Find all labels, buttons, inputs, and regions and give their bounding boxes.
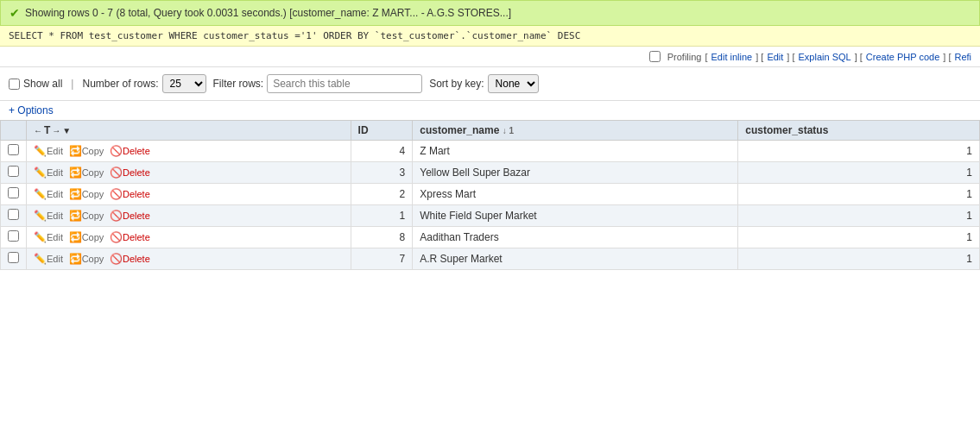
delete-button[interactable]: Delete: [123, 254, 150, 264]
table-row: ✏️Edit 🔁Copy 🚫Delete 1White Field Super …: [1, 205, 980, 227]
table-row: ✏️Edit 🔁Copy 🚫Delete 8Aadithan Traders1: [1, 227, 980, 248]
sort-by-key-select[interactable]: None: [488, 74, 539, 93]
delete-button[interactable]: Delete: [123, 167, 150, 178]
show-all-checkbox[interactable]: [9, 79, 20, 90]
row-checkbox[interactable]: [8, 230, 19, 242]
row-checkbox[interactable]: [8, 187, 19, 198]
row-checkbox[interactable]: [8, 209, 19, 220]
row-customer-name: Xpress Mart: [413, 184, 738, 205]
col-arrow-right[interactable]: →: [52, 126, 60, 135]
edit-button[interactable]: Edit: [47, 146, 63, 156]
row-actions-cell: ✏️Edit 🔁Copy 🚫Delete: [27, 184, 351, 205]
filter-rows-label: Filter rows:: [213, 74, 423, 93]
table-row: ✏️Edit 🔁Copy 🚫Delete 2Xpress Mart1: [1, 184, 980, 205]
edit-link[interactable]: Edit: [767, 52, 783, 62]
row-customer-status: 1: [738, 227, 980, 248]
copy-icon: 🔁: [69, 167, 82, 179]
row-actions-cell: ✏️Edit 🔁Copy 🚫Delete: [27, 162, 351, 184]
sort-icon-customer-name: ↓ 1: [503, 126, 514, 135]
edit-button[interactable]: Edit: [47, 211, 63, 221]
profiling-label: Profiling: [667, 52, 702, 62]
row-actions-cell: ✏️Edit 🔁Copy 🚫Delete: [27, 205, 351, 227]
sql-query: SELECT * FROM test_customer WHERE custom…: [9, 30, 580, 41]
copy-icon: 🔁: [69, 145, 82, 157]
refi-link[interactable]: Refi: [954, 52, 971, 62]
delete-icon: 🚫: [110, 231, 123, 243]
copy-icon: 🔁: [69, 231, 82, 243]
delete-icon: 🚫: [110, 210, 123, 222]
row-id: 1: [351, 205, 413, 227]
col-arrow-left[interactable]: ←: [34, 126, 42, 135]
row-customer-status: 1: [738, 184, 980, 205]
delete-button[interactable]: Delete: [123, 211, 150, 221]
row-customer-status: 1: [738, 205, 980, 227]
table-row: ✏️Edit 🔁Copy 🚫Delete 4Z Mart1: [1, 141, 980, 162]
delete-icon: 🚫: [110, 188, 123, 200]
header-customer-status[interactable]: customer_status: [738, 121, 980, 141]
header-id[interactable]: ID: [351, 121, 413, 141]
row-customer-name: A.R Super Market: [413, 248, 738, 270]
row-checkbox[interactable]: [8, 144, 19, 155]
delete-icon: 🚫: [110, 167, 123, 179]
row-customer-status: 1: [738, 162, 980, 184]
table-header-row: ← T → ▼ ID customer_name ↓ 1 customer_st…: [1, 121, 980, 141]
delete-icon: 🚫: [110, 145, 123, 157]
row-customer-name: Aadithan Traders: [413, 227, 738, 248]
edit-icon: ✏️: [34, 145, 47, 157]
edit-button[interactable]: Edit: [47, 254, 63, 264]
profiling-bar: Profiling [ Edit inline ] [ Edit ] [ Exp…: [0, 47, 980, 67]
row-actions-cell: ✏️Edit 🔁Copy 🚫Delete: [27, 248, 351, 270]
delete-icon: 🚫: [110, 253, 123, 265]
search-input[interactable]: [267, 74, 422, 93]
copy-icon: 🔁: [69, 188, 82, 200]
options-link[interactable]: + Options: [9, 104, 54, 116]
check-icon: ✔: [9, 6, 20, 20]
header-customer-name[interactable]: customer_name ↓ 1: [413, 121, 738, 141]
explain-sql-link[interactable]: Explain SQL: [799, 52, 851, 62]
create-php-code-link[interactable]: Create PHP code: [866, 52, 939, 62]
row-checkbox[interactable]: [8, 166, 19, 177]
copy-button[interactable]: Copy: [82, 146, 104, 156]
edit-icon: ✏️: [34, 188, 47, 200]
edit-button[interactable]: Edit: [47, 189, 63, 199]
copy-button[interactable]: Copy: [82, 167, 104, 178]
row-id: 8: [351, 227, 413, 248]
show-all-label: Show all: [9, 78, 62, 90]
edit-icon: ✏️: [34, 210, 47, 222]
edit-inline-link[interactable]: Edit inline: [711, 52, 753, 62]
top-bar-message: Showing rows 0 - 7 (8 total, Query took …: [25, 7, 511, 19]
row-customer-name: White Field Super Market: [413, 205, 738, 227]
number-of-rows-label: Number of rows: 25 50 100: [82, 74, 205, 93]
profiling-checkbox[interactable]: [649, 51, 661, 62]
row-checkbox-cell: [1, 141, 27, 162]
row-customer-status: 1: [738, 141, 980, 162]
copy-button[interactable]: Copy: [82, 211, 104, 221]
toolbar: Show all | Number of rows: 25 50 100 Fil…: [0, 67, 980, 101]
row-customer-name: Yellow Bell Super Bazar: [413, 162, 738, 184]
edit-icon: ✏️: [34, 231, 47, 243]
sql-bar: SELECT * FROM test_customer WHERE custom…: [0, 26, 980, 47]
number-of-rows-select[interactable]: 25 50 100: [162, 74, 206, 93]
row-customer-status: 1: [738, 248, 980, 270]
copy-button[interactable]: Copy: [82, 232, 104, 242]
edit-icon: ✏️: [34, 167, 47, 179]
row-checkbox[interactable]: [8, 252, 19, 263]
copy-button[interactable]: Copy: [82, 254, 104, 264]
edit-button[interactable]: Edit: [47, 232, 63, 242]
data-table: ← T → ▼ ID customer_name ↓ 1 customer_st…: [0, 120, 980, 270]
row-id: 3: [351, 162, 413, 184]
col-sort-down[interactable]: ▼: [62, 126, 71, 135]
row-checkbox-cell: [1, 184, 27, 205]
delete-button[interactable]: Delete: [123, 146, 150, 156]
row-actions-cell: ✏️Edit 🔁Copy 🚫Delete: [27, 141, 351, 162]
copy-button[interactable]: Copy: [82, 189, 104, 199]
row-checkbox-cell: [1, 162, 27, 184]
table-row: ✏️Edit 🔁Copy 🚫Delete 7A.R Super Market1: [1, 248, 980, 270]
edit-button[interactable]: Edit: [47, 167, 63, 178]
delete-button[interactable]: Delete: [123, 189, 150, 199]
delete-button[interactable]: Delete: [123, 232, 150, 242]
toolbar-separator: |: [69, 78, 75, 90]
col-t: T: [44, 124, 50, 136]
copy-icon: 🔁: [69, 253, 82, 265]
row-customer-name: Z Mart: [413, 141, 738, 162]
